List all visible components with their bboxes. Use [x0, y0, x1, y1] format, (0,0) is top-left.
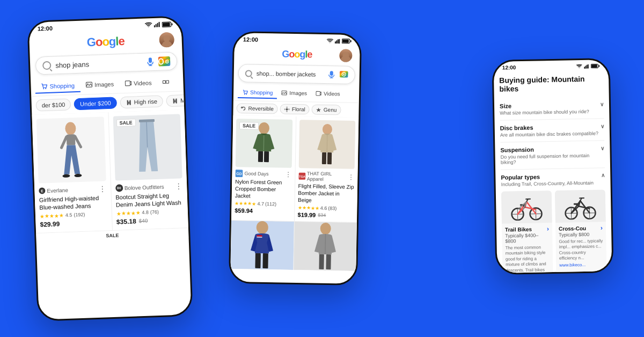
cross-bike-svg: [561, 193, 599, 220]
cross-bike-desc: Good for rec... typically impl... emphas…: [559, 238, 603, 261]
mic-icon-1[interactable]: [147, 58, 154, 65]
svg-rect-34: [342, 39, 349, 42]
tab-videos-1[interactable]: Videos: [119, 76, 157, 91]
floral-icon: [284, 106, 290, 112]
svg-rect-31: [338, 39, 339, 43]
product-img-everlane: [36, 116, 106, 183]
battery-icon: [162, 21, 172, 27]
cross-bike-name: Cross-Cou: [559, 225, 586, 231]
tab-images-2[interactable]: Images: [277, 87, 311, 99]
svg-rect-29: [335, 41, 336, 43]
chip-highrise-label: High rise: [134, 98, 157, 106]
seller-logo-everlane: E: [39, 187, 45, 194]
user-avatar-1[interactable]: [159, 32, 174, 48]
chip-reversible[interactable]: Reversible: [236, 103, 278, 114]
bomber-brand-thatgirl: TGA THAT GIRL Apparel ⋮: [298, 171, 355, 182]
bomber-count-1: (112): [265, 201, 276, 207]
dots-bomber-2[interactable]: ⋮: [348, 173, 354, 181]
chevron-disc: ∨: [601, 123, 604, 129]
bomber-card-gray[interactable]: [294, 222, 357, 271]
svg-rect-74: [587, 64, 588, 68]
price-row-everlane: $29.99: [40, 218, 107, 228]
product-card-bolove[interactable]: SALE B0 Bolove Outfitters ⋮ Bootcut: [108, 109, 188, 230]
status-icons-3: [576, 63, 600, 69]
svg-rect-1: [156, 24, 157, 27]
guide-item-suspension[interactable]: Suspension ∨ Do you need full suspension…: [500, 141, 605, 170]
bomber-rating-2: 4.6: [320, 206, 327, 211]
product-title-everlane: Girlfriend High-waisted Blue-washed Jean…: [39, 194, 107, 211]
svg-rect-66: [255, 253, 261, 268]
search-query-1: shop jeans: [55, 58, 142, 69]
svg-rect-45: [316, 91, 320, 96]
stars-bolove: ★★★★★: [116, 210, 140, 217]
search-icon-1: [42, 61, 52, 70]
camera-icon-1[interactable]: [158, 56, 171, 67]
phone-bikes: 12:00 Buying guide: Mo: [492, 58, 614, 275]
signal-icon-2: [335, 39, 340, 43]
chip-floral[interactable]: Floral: [280, 104, 310, 114]
chip-highrise[interactable]: High rise: [120, 95, 163, 108]
svg-rect-69: [319, 254, 324, 269]
svg-rect-58: [322, 152, 326, 164]
chevron-popular: ∧: [601, 172, 605, 179]
bike-card-cross[interactable]: Cross-Cou › Typically $800 Good for rec.…: [555, 189, 607, 275]
camera-icon-2[interactable]: [340, 70, 348, 79]
trail-bike-price: Typically $400–$800: [505, 232, 549, 244]
price-row-bolove: $35.18 $40: [116, 216, 184, 225]
svg-point-43: [246, 94, 247, 95]
seller-label-everlane: Everlane: [47, 187, 68, 193]
battery-icon-2: [342, 38, 352, 43]
svg-rect-70: [326, 254, 331, 269]
chip-under200[interactable]: Under $200: [74, 97, 117, 110]
images-icon-1: [85, 81, 92, 88]
guide-item-popular[interactable]: Popular types ∧ Including Trail, Cross-C…: [501, 168, 607, 275]
price-everlane: $29.99: [40, 220, 60, 228]
guide-item-size[interactable]: Size ∨ What size mountain bike should yo…: [500, 97, 604, 120]
search-bar-1[interactable]: shop jeans: [35, 52, 178, 75]
chip-mid[interactable]: Mid: [166, 94, 185, 107]
tab-more-1[interactable]: [157, 76, 175, 90]
dots-menu-everlane[interactable]: ⋮: [99, 184, 107, 193]
popular-types-sub: Including Trail, Cross-Country, All-Moun…: [501, 180, 605, 187]
bomber-card-blue[interactable]: [230, 221, 294, 270]
status-icons-2: [327, 38, 352, 44]
status-icons-1: [145, 21, 173, 28]
svg-rect-78: [599, 65, 600, 67]
svg-rect-28: [139, 119, 155, 122]
bomber-card-thatgirl[interactable]: TGA THAT GIRL Apparel ⋮ Flight Filled, S…: [294, 116, 358, 222]
bike-img-cross: [555, 189, 606, 223]
tab-videos-2[interactable]: Videos: [311, 89, 345, 100]
dots-bomber-1[interactable]: ⋮: [285, 171, 291, 178]
chevron-size: ∨: [600, 101, 604, 107]
product-card-everlane[interactable]: E Everlane ⋮ Girlfriend High-waisted Blu…: [32, 112, 112, 232]
bomber-card-gooddays[interactable]: SALE: [231, 115, 296, 221]
svg-rect-73: [586, 65, 587, 68]
reversible-icon: [241, 106, 246, 111]
tab-images-1[interactable]: Images: [80, 77, 120, 92]
cross-bike-link[interactable]: www.bikeco...: [559, 262, 603, 267]
svg-rect-20: [166, 80, 169, 83]
tab-shopping-2[interactable]: Shopping: [238, 87, 277, 99]
svg-line-23: [61, 137, 67, 148]
chip-floral-label: Floral: [292, 106, 305, 112]
bike-type-trail: Trail Bikes ›: [505, 225, 549, 233]
mic-icon-2[interactable]: [328, 71, 335, 78]
svg-point-47: [286, 106, 288, 108]
svg-rect-52: [258, 151, 263, 162]
bike-card-trail[interactable]: Trail Bikes › Typically $400–$800 The mo…: [501, 191, 553, 275]
bomber-jacket-image-2: [311, 123, 343, 166]
nav-tabs-2: Shopping Images Videos: [233, 85, 359, 103]
tab-shopping-1[interactable]: Shopping: [35, 79, 80, 94]
user-avatar-2[interactable]: [339, 49, 352, 62]
search-bar-2[interactable]: shop... bomber jackets: [238, 64, 355, 84]
guide-item-disc[interactable]: Disc brakes ∨ Are all mountain bike disc…: [500, 119, 604, 142]
bomber-count-2: (83): [328, 206, 336, 211]
chip-genuine[interactable]: Genu: [312, 105, 341, 115]
svg-rect-59: [327, 152, 332, 164]
chip-mid-label: Mid: [180, 97, 184, 104]
svg-line-24: [75, 136, 81, 147]
guide-item-suspension-title: Suspension ∨: [500, 145, 604, 153]
svg-rect-72: [584, 67, 585, 69]
dots-menu-bolove[interactable]: ⋮: [175, 181, 183, 190]
chip-under100[interactable]: der $100: [35, 98, 71, 111]
